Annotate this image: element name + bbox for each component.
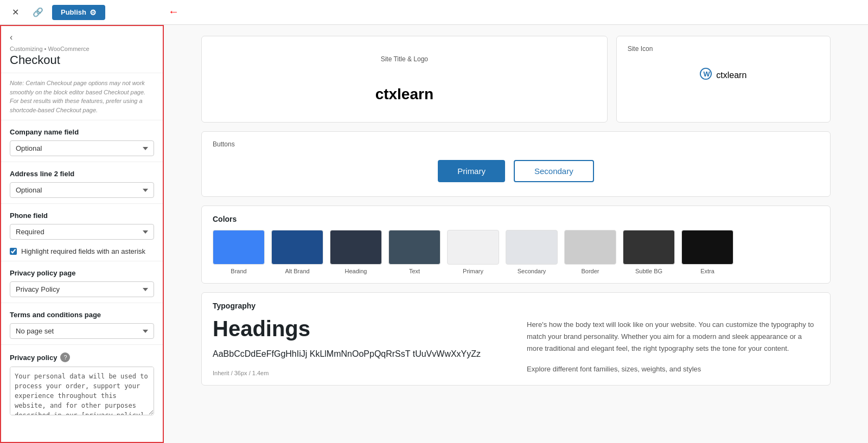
privacy-textarea-wrap: Your personal data will be used to proce… [1, 367, 163, 425]
site-icon-inner: W ctxlearn [628, 59, 819, 92]
color-swatch [623, 230, 675, 265]
secondary-button-preview[interactable]: Secondary [514, 160, 594, 182]
address-line2-select[interactable]: OptionalRequiredHidden [10, 182, 154, 198]
asterisk-label: Highlight required fields with an asteri… [21, 247, 145, 255]
site-icon-label: Site Icon [628, 45, 819, 53]
company-name-section: Company name field OptionalRequiredHidde… [1, 120, 163, 162]
color-swatch [447, 230, 499, 265]
gear-icon: ⚙ [90, 8, 97, 17]
company-name-label: Company name field [10, 128, 154, 136]
color-swatch [506, 230, 558, 265]
help-icon[interactable]: ? [60, 352, 70, 362]
privacy-policy-page-section: Privacy policy page Privacy PolicyNo pag… [1, 261, 163, 303]
color-label: Heading [345, 268, 367, 274]
address-line2-section: Address line 2 field OptionalRequiredHid… [1, 162, 163, 203]
preview-inner: Site Title & Logo ctxlearn Site Icon W c… [190, 25, 841, 396]
typo-left: Headings AaBbCcDdEeFfGgHhIiJj KkLlMmNnOo… [213, 317, 505, 376]
red-arrow-indicator: ← [168, 5, 179, 18]
color-label: Alt Brand [285, 268, 309, 274]
sidebar-title: Checkout [10, 53, 154, 67]
color-swatch [271, 230, 323, 265]
buttons-inner: Primary Secondary [213, 155, 819, 188]
site-icon-name: ctxlearn [716, 70, 746, 80]
typo-desc2: Explore different font families, sizes, … [527, 363, 819, 375]
colors-label: Colors [213, 215, 819, 223]
typo-inner: Headings AaBbCcDdEeFfGgHhIiJj KkLlMmNnOo… [213, 317, 819, 376]
colors-row: BrandAlt BrandHeadingTextPrimarySecondar… [213, 230, 819, 274]
typo-meta: Inherit / 36px / 1.4em [213, 370, 505, 376]
terms-select[interactable]: No page set [10, 323, 154, 339]
topbar: ✕ 🔗 Publish ⚙ ← [0, 0, 868, 25]
privacy-policy-page-label: Privacy policy page [10, 269, 154, 277]
color-label: Text [409, 268, 420, 274]
asterisk-checkbox[interactable] [10, 248, 17, 255]
site-title-logo-label: Site Title & Logo [381, 55, 428, 63]
color-item: Border [564, 230, 616, 274]
main-layout: ‹ Customizing • WooCommerce Checkout Not… [0, 25, 868, 443]
company-name-select[interactable]: OptionalRequiredHidden [10, 140, 154, 156]
color-label: Brand [231, 268, 246, 274]
close-button[interactable]: ✕ [7, 4, 24, 21]
primary-button-preview[interactable]: Primary [438, 160, 505, 182]
site-title-logo-widget: Site Title & Logo ctxlearn [201, 36, 608, 123]
phone-field-select[interactable]: RequiredOptionalHidden [10, 224, 154, 240]
typo-desc1: Here's how the body text will look like … [527, 319, 819, 355]
color-item: Text [388, 230, 441, 274]
phone-field-section: Phone field RequiredOptionalHidden [1, 204, 163, 245]
phone-field-label: Phone field [10, 211, 154, 220]
buttons-label: Buttons [213, 140, 819, 148]
color-item: Brand [213, 230, 265, 274]
privacy-label-row: Privacy policy ? [1, 345, 163, 367]
wordpress-icon: W [700, 68, 712, 83]
color-label: Primary [463, 268, 483, 274]
address-line2-label: Address line 2 field [10, 170, 154, 178]
color-label: Border [581, 268, 599, 274]
typography-label: Typography [213, 301, 819, 310]
sidebar-breadcrumb: Customizing • WooCommerce [10, 46, 154, 52]
link-button[interactable]: 🔗 [29, 4, 47, 21]
site-icon-widget: Site Icon W ctxlearn [616, 36, 831, 123]
privacy-policy-page-select[interactable]: Privacy PolicyNo page set [10, 281, 154, 297]
color-item: Extra [681, 230, 733, 274]
typo-alphabet: AaBbCcDdEeFfGgHhIiJj KkLlMmNnOoPpQqRrSsT… [213, 346, 505, 362]
color-item: Subtle BG [623, 230, 675, 274]
top-widgets-row: Site Title & Logo ctxlearn Site Icon W c… [201, 36, 831, 123]
site-name-display: ctxlearn [375, 86, 433, 103]
buttons-widget: Buttons Primary Secondary [201, 131, 831, 197]
color-label: Extra [700, 268, 714, 274]
publish-button[interactable]: Publish ⚙ [52, 5, 105, 20]
terms-section: Terms and conditions page No page set [1, 303, 163, 344]
typography-widget: Typography Headings AaBbCcDdEeFfGgHhIiJj… [201, 292, 831, 386]
sidebar-header: ‹ Customizing • WooCommerce Checkout [1, 26, 163, 73]
sidebar-back-button[interactable]: ‹ [10, 33, 154, 42]
typo-heading: Headings [213, 317, 505, 341]
sidebar-panel: ‹ Customizing • WooCommerce Checkout Not… [0, 25, 164, 443]
colors-widget: Colors BrandAlt BrandHeadingTextPrimaryS… [201, 206, 831, 284]
preview-area: Site Title & Logo ctxlearn Site Icon W c… [164, 25, 868, 443]
color-swatch [213, 230, 265, 265]
color-swatch [681, 230, 733, 265]
color-label: Subtle BG [635, 268, 662, 274]
color-item: Primary [447, 230, 499, 274]
terms-label: Terms and conditions page [10, 311, 154, 319]
color-item: Heading [330, 230, 382, 274]
privacy-textarea[interactable]: Your personal data will be used to proce… [10, 367, 154, 415]
asterisk-checkbox-row: Highlight required fields with an asteri… [1, 245, 163, 261]
color-item: Secondary [506, 230, 558, 274]
privacy-textarea-label: Privacy policy [10, 354, 57, 362]
color-label: Secondary [518, 268, 546, 274]
typo-right: Here's how the body text will look like … [527, 317, 819, 376]
back-icon: ‹ [10, 33, 12, 42]
color-item: Alt Brand [271, 230, 323, 274]
svg-text:W: W [704, 70, 711, 78]
color-swatch [564, 230, 616, 265]
color-swatch [388, 230, 441, 265]
sidebar-note: Note: Certain Checkout page options may … [1, 73, 163, 120]
color-swatch [330, 230, 382, 265]
